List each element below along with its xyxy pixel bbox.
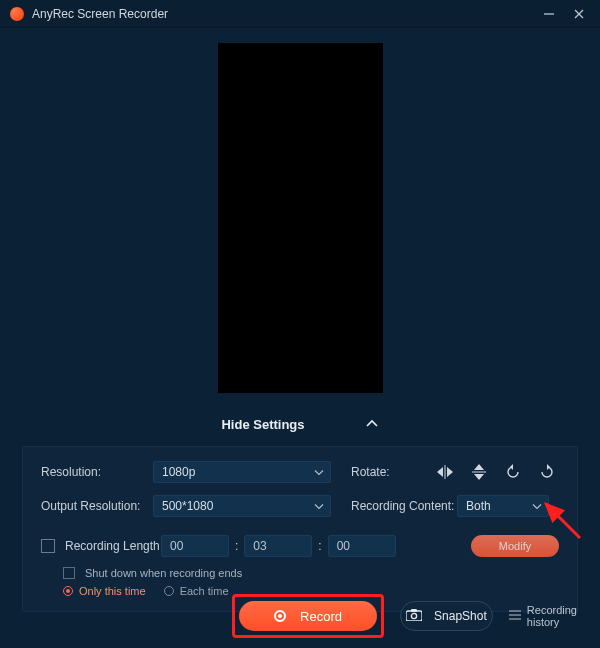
record-button[interactable]: Record (239, 601, 377, 631)
preview-area (0, 28, 600, 408)
record-button-highlight: Record (232, 594, 384, 638)
resolution-label: Resolution: (41, 465, 153, 479)
title-bar: AnyRec Screen Recorder (0, 0, 600, 28)
close-button[interactable] (564, 4, 594, 24)
svg-marker-6 (474, 464, 484, 470)
svg-point-13 (411, 613, 416, 618)
svg-rect-12 (411, 609, 417, 612)
window-title: AnyRec Screen Recorder (32, 7, 534, 21)
bottom-bar: Record SnapShot Recording history (124, 594, 600, 638)
time-colon: : (235, 539, 238, 553)
seconds-input[interactable]: 00 (328, 535, 396, 557)
rotate-label: Rotate: (351, 465, 407, 479)
camera-icon (406, 609, 422, 624)
resolution-value: 1080p (162, 465, 195, 479)
chevron-up-icon (365, 417, 379, 431)
output-resolution-select[interactable]: 500*1080 (153, 495, 331, 517)
chevron-down-icon (532, 501, 542, 512)
recording-history-label: Recording history (527, 604, 578, 628)
output-resolution-label: Output Resolution: (41, 499, 153, 513)
time-colon: : (318, 539, 321, 553)
minutes-input[interactable]: 03 (244, 535, 312, 557)
recording-length-label: Recording Length (65, 539, 161, 553)
svg-marker-10 (547, 464, 550, 470)
svg-marker-4 (447, 467, 453, 477)
hours-input[interactable]: 00 (161, 535, 229, 557)
svg-marker-7 (474, 474, 484, 480)
recording-length-checkbox[interactable] (41, 539, 55, 553)
app-logo-icon (10, 7, 24, 21)
recording-content-select[interactable]: Both (457, 495, 549, 517)
radio-on-icon (63, 586, 73, 596)
record-icon (274, 610, 286, 622)
recording-content-value: Both (466, 499, 491, 513)
flip-horizontal-icon[interactable] (437, 464, 453, 480)
svg-marker-9 (510, 464, 513, 470)
chevron-down-icon (314, 501, 324, 512)
resolution-select[interactable]: 1080p (153, 461, 331, 483)
svg-marker-3 (437, 467, 443, 477)
list-icon (509, 610, 521, 622)
rotate-left-icon[interactable] (505, 464, 521, 480)
recording-history-link[interactable]: Recording history (509, 604, 578, 628)
recording-content-label: Recording Content: (351, 499, 457, 513)
svg-rect-11 (406, 611, 422, 621)
output-resolution-value: 500*1080 (162, 499, 213, 513)
flip-vertical-icon[interactable] (471, 464, 487, 480)
minimize-button[interactable] (534, 4, 564, 24)
hide-settings-toggle[interactable]: Hide Settings (0, 408, 600, 440)
hide-settings-label: Hide Settings (221, 417, 304, 432)
snapshot-button[interactable]: SnapShot (400, 601, 493, 631)
phone-preview (218, 43, 383, 393)
snapshot-label: SnapShot (434, 609, 487, 623)
settings-panel: Resolution: 1080p Rotate: Output Resolut… (22, 446, 578, 612)
rotate-right-icon[interactable] (539, 464, 555, 480)
modify-button[interactable]: Modify (471, 535, 559, 557)
shutdown-label: Shut down when recording ends (85, 567, 242, 579)
record-label: Record (300, 609, 342, 624)
chevron-down-icon (314, 467, 324, 478)
shutdown-checkbox[interactable] (63, 567, 75, 579)
